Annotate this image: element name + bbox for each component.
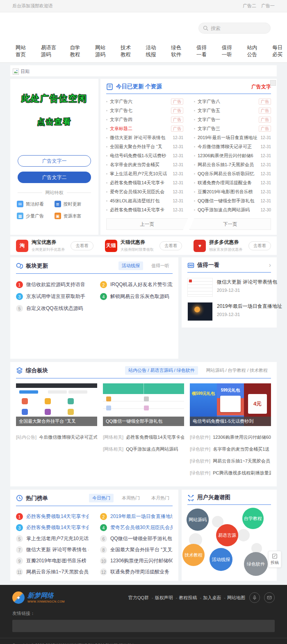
coupon-card[interactable]: ♥ 拼多多优惠券 独家直发拼团优惠券 去看看 bbox=[188, 239, 277, 252]
interest-bubble[interactable]: 绿色软件 bbox=[244, 552, 268, 576]
update-title[interactable]: 今后微信微博聊天记录可正 bbox=[198, 144, 258, 150]
hot-item[interactable]: 1 必胜客免费领取14天宅享卡会员 bbox=[16, 511, 89, 522]
footer-link[interactable]: 加入桌面 bbox=[203, 595, 226, 601]
next-page-button[interactable]: 下一页 bbox=[189, 218, 271, 230]
hot-item[interactable]: 2 2019年最后一场日食直播地址 bbox=[100, 511, 173, 522]
composite-item[interactable]: [网络相关] QQ手游加速点亮网站源码 bbox=[103, 443, 184, 455]
composite-item-title[interactable]: 名字带金的麦当劳金桶买1送 bbox=[213, 446, 269, 452]
nav-item[interactable]: 易语言源码 bbox=[41, 44, 59, 58]
update-row[interactable]: 文字广告四 广告 bbox=[106, 115, 183, 124]
update-row[interactable]: 文字广告一 广告 bbox=[194, 115, 271, 124]
nav-item[interactable]: 值得一看 bbox=[196, 44, 211, 58]
hot-item-title[interactable]: 网易云音乐抽1~7天黑胶会员 bbox=[26, 568, 89, 575]
hot-item[interactable]: 4 爱奇艺会员领30天屈臣氏会员 bbox=[100, 522, 173, 533]
chevron-right-icon[interactable] bbox=[269, 262, 271, 268]
hot-item-title[interactable]: 2019年最后一场日食直播地址 bbox=[110, 513, 173, 520]
update-row[interactable]: 名字带金的麦当劳金桶买 12-31 bbox=[106, 160, 183, 169]
update-title[interactable]: 文字广告七 bbox=[110, 108, 169, 114]
composite-item[interactable]: [绿色软件] PC腾讯微视多线程刷播放量源码 bbox=[190, 467, 271, 479]
empty-ad-slot-link[interactable]: 此处广告位空闲 点击查看 bbox=[10, 79, 98, 155]
update-row[interactable]: QQ微信一键领全部手游礼包 12-31 bbox=[194, 196, 271, 205]
update-row[interactable]: 掌上生活老用户7元充10元话 12-31 bbox=[106, 169, 183, 178]
ad-text-link[interactable]: 广告文字 bbox=[251, 83, 271, 90]
update-row[interactable]: 爱奇艺会员领30天屈臣氏会 12-31 bbox=[106, 187, 183, 196]
ad-text-button-2[interactable]: 广告文字二 bbox=[18, 172, 91, 183]
tab-composite-group1[interactable]: 站内公告 / 易语言源码 / 绿色软件 bbox=[125, 366, 198, 375]
nav-item[interactable]: 站内公告 bbox=[247, 44, 262, 58]
hot-item-title[interactable]: 12306购票使用云闪付邮储60-30 bbox=[110, 557, 173, 564]
board-item[interactable]: 5 自定义改QQ在线状态源码 bbox=[16, 303, 89, 314]
update-row[interactable]: 文字广告六 广告 bbox=[106, 97, 183, 106]
nav-item[interactable]: 值得一听 bbox=[222, 44, 237, 58]
nav-item[interactable]: 活动线报 bbox=[146, 44, 161, 58]
update-title[interactable]: 文字广告五 bbox=[198, 108, 256, 114]
worth-item[interactable]: 2019年最后一场日食直播地址 2019-12-31 bbox=[187, 302, 271, 321]
update-row[interactable]: 文字广告三 广告 bbox=[194, 124, 271, 133]
update-title[interactable]: 2019年最后一场日食直播地址 bbox=[198, 135, 258, 141]
hot-item-title[interactable]: 爱奇艺会员领30天屈臣氏会员 bbox=[110, 524, 173, 531]
footer-link[interactable]: 网站地图 bbox=[227, 595, 245, 601]
update-title[interactable]: 必胜客免费领取14天宅享卡 bbox=[110, 180, 170, 186]
hot-item-title[interactable]: 联通免费办理周活提醒业务 bbox=[110, 568, 169, 575]
composite-item-title[interactable]: 12306购票使用云闪付邮储60-30 bbox=[213, 434, 271, 440]
interest-bubble[interactable]: 活动线报 bbox=[210, 548, 232, 571]
prev-page-button[interactable]: 上一页 bbox=[106, 218, 188, 230]
ad-corner-icon[interactable] bbox=[270, 80, 276, 86]
update-row[interactable]: 电信号码免费领1-5元话费秒 12-31 bbox=[106, 151, 183, 160]
update-title[interactable]: 名字带金的麦当劳金桶买 bbox=[110, 162, 170, 168]
update-row[interactable]: 豆瓣2019年电影图书音乐榜 12-31 bbox=[194, 187, 271, 196]
update-row[interactable]: QQ手游加速点亮网站源码 12-30 bbox=[194, 205, 271, 214]
board-item-title[interactable]: IRQQ机器人好友名片赞引流源 bbox=[110, 281, 173, 288]
worth-item[interactable]: 微信大更新 评论可带表情包 2019-12-31 bbox=[187, 278, 271, 297]
topbar-ad-link[interactable]: 广告一 bbox=[261, 3, 275, 9]
coupon-go-button[interactable]: 去看看 bbox=[248, 241, 271, 250]
search-input[interactable] bbox=[211, 25, 266, 31]
hot-item-title[interactable]: QQ微信一键领全部手游礼包 bbox=[110, 535, 172, 542]
nav-item[interactable]: 技术教程 bbox=[121, 44, 135, 58]
composite-item-title[interactable]: 必胜客免费领取14天宅享卡会员 bbox=[126, 434, 184, 440]
tab-hot-month[interactable]: 本月热门 bbox=[148, 494, 173, 502]
board-item[interactable]: 4 解锁网易云音乐灰色取源码 bbox=[100, 291, 173, 303]
update-title[interactable]: QQ手游加速点亮网站源码 bbox=[198, 207, 258, 213]
composite-item-title[interactable]: PC腾讯微视多线程刷播放量源码 bbox=[213, 470, 271, 476]
tab-hot-week[interactable]: 本周热门 bbox=[118, 494, 143, 502]
nav-item[interactable]: 自学教程 bbox=[70, 44, 84, 58]
composite-item[interactable]: [绿色软件] 12306购票使用云闪付邮储60-30 bbox=[190, 431, 271, 443]
composite-preview-appstore[interactable]: 全国最大聚合外挂平台 “叉叉 bbox=[16, 383, 97, 426]
board-item-title[interactable]: 京东试用申请京豆获取助手 bbox=[26, 293, 85, 300]
hot-item[interactable]: 7 微信大更新 评论可带表情包 各种 bbox=[16, 544, 89, 555]
nav-item[interactable]: 网站首页 bbox=[16, 44, 30, 58]
update-title[interactable]: 联通免费办理周活提醒业务 bbox=[198, 180, 258, 186]
update-title[interactable]: 文字广告八 bbox=[198, 99, 256, 105]
footer-link[interactable]: 版权声明 bbox=[155, 595, 178, 601]
update-title[interactable]: 电信号码免费领1-5元话费秒 bbox=[110, 153, 170, 159]
update-title[interactable]: 豆瓣2019年电影图书音乐榜 bbox=[198, 189, 258, 195]
board-item-title[interactable]: 自定义改QQ在线状态源码 bbox=[26, 305, 83, 312]
board-item[interactable]: 2 IRQQ机器人好友名片赞引流源 bbox=[100, 279, 173, 291]
update-title[interactable]: 文字广告三 bbox=[198, 126, 256, 132]
hot-item[interactable]: 6 QQ微信一键领全部手游礼包 bbox=[100, 533, 173, 544]
ad-text-button-1[interactable]: 广告文字一 bbox=[18, 155, 91, 167]
update-title[interactable]: 爱奇艺会员领30天屈臣氏会 bbox=[110, 189, 170, 195]
update-row[interactable]: 12306购票使用云闪付邮储6 12-31 bbox=[194, 151, 271, 160]
hot-item[interactable]: 5 掌上生活老用户7元充10元话费 bbox=[16, 533, 89, 544]
worth-item-title[interactable]: 微信大更新 评论可带表情包 bbox=[217, 279, 277, 285]
interest-bubble[interactable]: 技术教程 bbox=[182, 544, 205, 566]
interest-bubble[interactable]: 网站源码 bbox=[187, 509, 209, 531]
update-title[interactable]: 掌上生活老用户7元充10元话 bbox=[110, 171, 170, 177]
tab-composite-group2[interactable]: 网站源码 / 自学教程 / 技术教程 bbox=[203, 366, 271, 375]
update-title[interactable]: QQ微信一键领全部手游礼包 bbox=[198, 198, 258, 204]
update-title[interactable]: 12306购票使用云闪付邮储6 bbox=[198, 153, 258, 159]
coupon-card[interactable]: 淘 淘宝优惠券 全网更新到手优惠券 去看看 bbox=[10, 239, 99, 252]
hot-item[interactable]: 8 全国最大聚合外挂平台 “叉叉助手 bbox=[100, 544, 173, 555]
nav-item[interactable]: 每日必买 bbox=[272, 44, 287, 58]
friend-links-box[interactable] bbox=[12, 620, 275, 632]
microphone-icon[interactable] bbox=[249, 592, 260, 603]
coupon-go-button[interactable]: 去看看 bbox=[71, 241, 93, 250]
hot-item-title[interactable]: 必胜客免费领取14天宅享卡会员 bbox=[26, 513, 89, 520]
submit-post-button[interactable]: 投稿 bbox=[268, 551, 281, 568]
composite-item-title[interactable]: 网易云音乐抽1~7天黑胶会员 bbox=[213, 458, 270, 464]
topbar-ad-link[interactable]: 广告二 bbox=[243, 3, 256, 9]
update-row[interactable]: 文字广告七 广告 bbox=[106, 106, 183, 115]
footer-logo[interactable]: 新梦网络 WWW.XINMENGCN.COM bbox=[12, 591, 65, 604]
